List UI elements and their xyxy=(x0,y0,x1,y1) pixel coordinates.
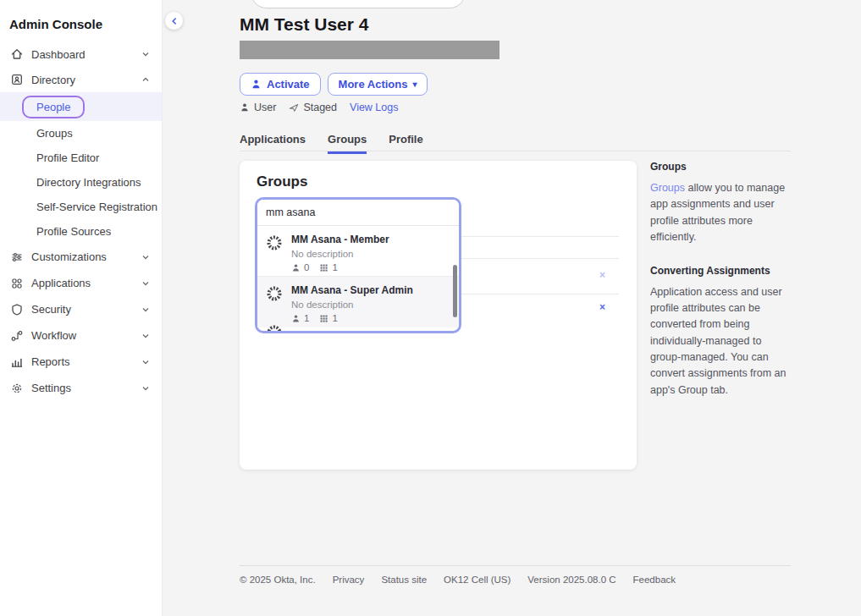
sidebar-item-reports[interactable]: Reports xyxy=(0,349,162,375)
sidebar-item-label: Settings xyxy=(31,382,141,394)
group-app-count: 1 xyxy=(332,262,337,272)
help-panel: Groups Groups allow you to manage app as… xyxy=(650,161,792,417)
sidebar-item-self-service-registration[interactable]: Self-Service Registration xyxy=(0,195,162,219)
shield-icon xyxy=(10,303,24,316)
help-heading-groups: Groups xyxy=(650,161,792,173)
user-type: User xyxy=(240,102,276,113)
group-app-count: 1 xyxy=(332,313,337,323)
footer-status-site-link[interactable]: Status site xyxy=(381,575,427,585)
sidebar-item-label: Customizations xyxy=(31,250,141,263)
chevron-down-icon xyxy=(141,384,150,393)
group-sun-icon xyxy=(266,324,283,331)
page-title: MM Test User 4 xyxy=(240,14,369,35)
user-status-label: Staged xyxy=(303,102,337,113)
groups-help-link[interactable]: Groups xyxy=(650,182,685,194)
sidebar-collapse-button[interactable] xyxy=(165,12,183,30)
sidebar-item-workflow[interactable]: Workflow xyxy=(0,322,162,349)
sliders-icon xyxy=(10,250,24,264)
chevron-down-icon xyxy=(141,305,150,314)
sidebar-item-applications[interactable]: Applications xyxy=(0,270,162,296)
staged-status-icon xyxy=(289,102,299,113)
chevron-up-icon xyxy=(141,75,150,84)
footer-version-label: Version 2025.08.0 C xyxy=(527,575,615,585)
group-description: No description xyxy=(291,300,413,310)
group-description: No description xyxy=(291,249,389,259)
chevron-down-icon xyxy=(141,253,150,261)
home-icon xyxy=(10,47,24,61)
view-logs-link[interactable]: View Logs xyxy=(350,102,398,113)
group-name: MM Asana - Super Admin xyxy=(291,284,413,297)
sidebar-item-dashboard[interactable]: Dashboard xyxy=(0,41,162,67)
bar-chart-icon xyxy=(10,355,24,369)
sidebar-item-profile-editor[interactable]: Profile Editor xyxy=(0,146,162,170)
sidebar-item-label: Profile Sources xyxy=(36,225,111,238)
group-user-count: 1 xyxy=(304,313,309,323)
group-row-divider xyxy=(455,236,619,237)
more-actions-label: More Actions xyxy=(339,78,408,91)
apps-grid-icon xyxy=(319,263,328,272)
sidebar-item-label: Security xyxy=(31,303,141,316)
sidebar-item-security[interactable]: Security xyxy=(0,296,162,322)
user-status: Staged xyxy=(289,102,337,113)
group-result-item[interactable]: MM Asana - Super Admin No description 1 … xyxy=(257,277,459,327)
groups-card: Groups × × MM Asana - Member No descript… xyxy=(240,161,637,470)
footer: © 2025 Okta, Inc. Privacy Status site OK… xyxy=(240,565,791,585)
sidebar-item-label: Dashboard xyxy=(31,48,141,61)
help-text-groups: Groups allow you to manage app assignmen… xyxy=(650,180,792,246)
tabs-divider xyxy=(240,151,791,151)
sidebar-item-label: Self-Service Registration xyxy=(36,201,157,213)
remove-group-button[interactable]: × xyxy=(599,301,605,313)
person-icon xyxy=(240,102,250,113)
activate-user-icon xyxy=(251,79,262,90)
user-meta-row: User Staged View Logs xyxy=(240,102,398,113)
groups-card-title: Groups xyxy=(257,173,307,190)
chevron-down-icon xyxy=(141,279,150,288)
sidebar-item-label: Applications xyxy=(31,277,141,289)
help-heading-converting: Converting Assignments xyxy=(650,265,792,277)
group-result-item[interactable]: MM Asana - Member No description 0 1 xyxy=(257,226,459,277)
user-action-buttons: Activate More Actions ▾ xyxy=(240,73,428,96)
group-sun-icon xyxy=(266,234,283,251)
chevron-left-icon xyxy=(171,18,178,25)
sidebar: Admin Console Dashboard Directory People… xyxy=(0,0,163,616)
app-title: Admin Console xyxy=(0,0,162,36)
sidebar-item-groups[interactable]: Groups xyxy=(0,121,162,146)
caret-down-icon: ▾ xyxy=(412,80,417,89)
footer-feedback-link[interactable]: Feedback xyxy=(633,575,676,585)
person-icon xyxy=(291,314,301,323)
sidebar-item-settings[interactable]: Settings xyxy=(0,375,162,401)
footer-cell-label: OK12 Cell (US) xyxy=(444,575,511,585)
sidebar-item-label: Groups xyxy=(36,127,73,140)
sidebar-item-directory-integrations[interactable]: Directory Integrations xyxy=(0,170,162,195)
group-sun-icon xyxy=(266,285,283,302)
sidebar-item-label: Workflow xyxy=(31,329,141,342)
gear-icon xyxy=(10,382,24,395)
group-search-input[interactable] xyxy=(257,200,459,226)
footer-privacy-link[interactable]: Privacy xyxy=(333,575,365,585)
sidebar-item-profile-sources[interactable]: Profile Sources xyxy=(0,219,162,244)
group-result-item-partial xyxy=(266,324,283,331)
sidebar-nav: Dashboard Directory People Groups Profil… xyxy=(0,36,162,401)
apps-grid-icon xyxy=(319,314,328,323)
sidebar-item-label: Reports xyxy=(31,355,141,368)
group-user-count: 0 xyxy=(304,262,309,272)
directory-icon xyxy=(10,73,24,86)
person-icon xyxy=(291,263,301,272)
more-actions-button[interactable]: More Actions ▾ xyxy=(328,73,428,96)
activate-button-label: Activate xyxy=(267,78,310,91)
sidebar-item-label: People xyxy=(22,96,85,118)
chevron-down-icon xyxy=(141,332,150,340)
dropdown-scrollbar[interactable] xyxy=(453,265,457,317)
sidebar-item-directory[interactable]: Directory xyxy=(0,67,162,92)
group-counts: 1 1 xyxy=(291,313,413,323)
sidebar-item-people[interactable]: People xyxy=(0,92,162,121)
group-search-results: MM Asana - Member No description 0 1 MM … xyxy=(257,226,459,331)
activate-button[interactable]: Activate xyxy=(240,73,321,96)
sidebar-item-label: Profile Editor xyxy=(36,151,99,164)
sidebar-item-customizations[interactable]: Customizations xyxy=(0,244,162,270)
sidebar-item-label: Directory Integrations xyxy=(36,176,141,189)
user-type-label: User xyxy=(254,102,276,113)
remove-group-button[interactable]: × xyxy=(599,269,605,281)
group-counts: 0 1 xyxy=(291,262,389,272)
global-search-input[interactable] xyxy=(251,0,466,8)
